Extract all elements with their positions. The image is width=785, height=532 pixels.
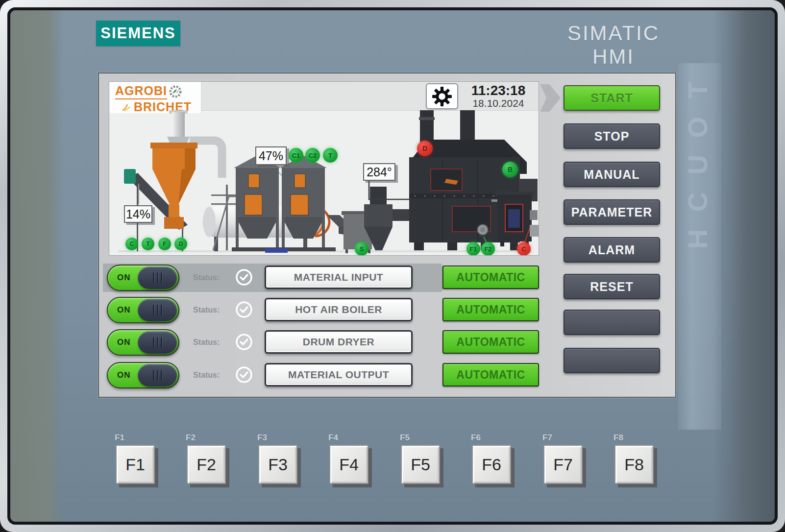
start-button[interactable]: START [564,85,660,111]
sensor-dot-c1: C1 [289,148,303,163]
settings-button[interactable] [426,83,458,109]
sensor-dot-s: S [355,242,368,256]
sensor-dot-d-left: D [174,238,187,250]
manual-button[interactable]: MANUAL [564,162,660,187]
spare-button-2[interactable] [564,348,660,373]
unit-button-material-input[interactable]: MATERIAL INPUT [265,266,413,289]
fkey-label-f8: F8 [613,433,623,443]
spare-button-1[interactable] [564,310,660,335]
mode-button-material-output[interactable]: AUTOMATIC [442,363,539,387]
touch-label: T O U C H [681,72,715,258]
start-pointer-arrow [540,84,561,112]
toggle-on-label: ON [117,338,131,347]
moisture-infeed-value: 14% [124,205,152,223]
sensor-dot-f1: F1 [466,242,480,256]
stop-button[interactable]: STOP [564,123,660,149]
toggle-on-label: ON [117,305,131,315]
mode-button-drum-dryer[interactable]: AUTOMATIC [442,330,539,354]
toggle-knob[interactable] [138,299,177,321]
sensor-dot-t-top: T [323,148,338,163]
status-ok-icon [235,268,253,286]
screen-background: AGROBI BRICHET [99,73,675,397]
sensor-dot-b: B [502,162,518,177]
status-ok-icon [235,366,253,384]
fkey-f2[interactable]: F2 [187,445,226,484]
toggle-material-input[interactable]: ON [107,265,179,291]
moisture-silo-value: 47% [255,146,287,165]
logo-text-line1: AGROBI [115,84,167,99]
sensor-dot-c-left: C [125,238,138,250]
fkey-label-f4: F4 [328,433,338,443]
toggle-drum-dryer[interactable]: ON [107,329,179,356]
sensor-dot-f-left: F [158,238,171,250]
gear-icon [432,86,452,107]
toggle-hot-air-boiler[interactable]: ON [107,297,179,323]
boiler-temperature-value: 284° [363,163,395,181]
status-label: Status: [193,273,232,282]
clock-display: 11:23:18 18.10.2024 [460,84,537,109]
fkey-f1[interactable]: F1 [116,445,155,484]
plant-illustration [109,110,539,256]
status-label: Status: [193,306,232,314]
unit-button-material-output[interactable]: MATERIAL OUTPUT [265,363,413,387]
siemens-logo-text: SIEMENS [100,24,176,42]
bezel-left-band [10,10,64,522]
reset-button[interactable]: RESET [564,274,660,299]
sensor-dot-t-left: T [142,238,154,250]
toggle-knob[interactable] [138,266,177,289]
fkey-label-f3: F3 [257,433,267,443]
touch-letter: C [679,185,716,219]
sensor-dot-f2: F2 [481,242,495,256]
fkey-f4[interactable]: F4 [329,445,368,484]
touch-letter: U [679,147,716,182]
fkey-label-f1: F1 [115,433,124,443]
mode-button-material-input[interactable]: AUTOMATIC [442,266,539,289]
fkey-label-f7: F7 [542,433,552,443]
time-display: 11:23:18 [460,84,537,97]
bezel-right-shade [713,10,775,522]
toggle-material-output[interactable]: ON [107,362,179,388]
siemens-logo: SIEMENS [96,21,180,46]
fkey-f3[interactable]: F3 [258,445,297,484]
status-ok-icon [235,301,253,318]
gear-leaf-icon [168,84,183,99]
fkey-f6[interactable]: F6 [472,445,511,484]
fkey-f7[interactable]: F7 [543,445,583,484]
agrobrichet-logo: AGROBI BRICHET [109,82,201,113]
fkey-f8[interactable]: F8 [614,445,654,484]
toggle-on-label: ON [117,273,131,283]
status-label: Status: [193,338,232,347]
fkey-label-f6: F6 [471,433,481,443]
unit-button-hot-air-boiler[interactable]: HOT AIR BOILER [265,298,413,321]
status-label: Status: [193,371,232,380]
fkey-label-f2: F2 [186,433,196,443]
touch-letter: O [679,110,716,145]
sensor-dot-c2: C2 [305,148,320,163]
status-ok-icon [235,333,253,351]
sensor-dot-d-red: D [417,141,433,156]
plant-overview-panel: AGROBI BRICHET [109,81,539,256]
toggle-knob[interactable] [138,331,177,354]
date-display: 18.10.2024 [460,97,537,109]
toggle-on-label: ON [117,370,131,380]
alarm-button[interactable]: ALARM [564,237,660,263]
sensor-dot-c-red: C [517,242,531,256]
toggle-knob[interactable] [138,364,177,387]
fkey-label-f5: F5 [400,433,410,443]
unit-button-drum-dryer[interactable]: DRUM DRYER [265,330,413,354]
parameter-button[interactable]: PARAMETER [564,199,660,225]
simatic-hmi-label: SIMATIC HMI [550,22,677,69]
hmi-screen: AGROBI BRICHET [98,73,676,398]
touch-letter: H [679,222,716,256]
touch-letter: T [679,73,716,107]
mode-button-hot-air-boiler[interactable]: AUTOMATIC [442,298,539,321]
fkey-f5[interactable]: F5 [401,445,440,484]
